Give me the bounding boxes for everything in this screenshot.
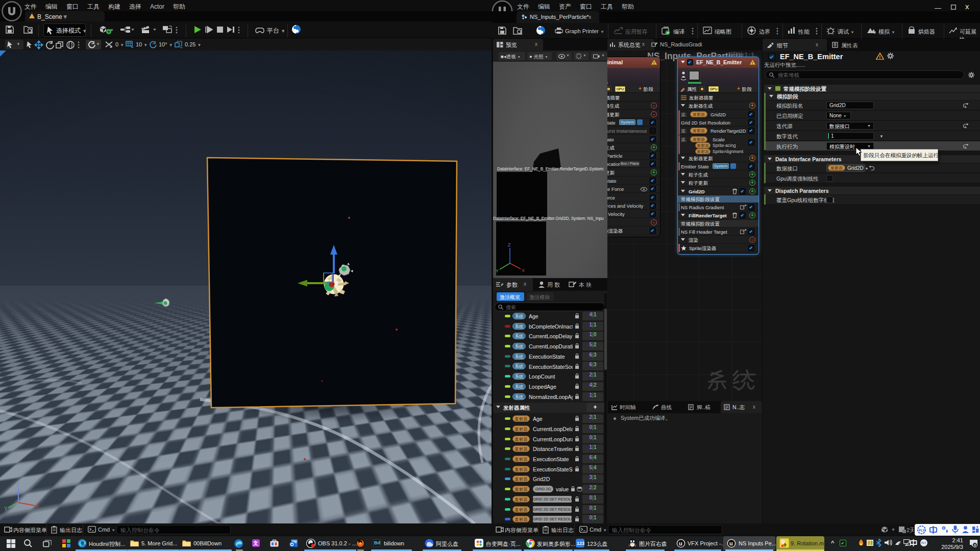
svg-text:Z: Z [508,242,511,247]
svg-text:DataInterface: EF_NE_B_Emitter: DataInterface: EF_NE_B_Emitter.Grid2D, S… [493,216,604,221]
svg-text:u: u [679,540,682,546]
svg-text:X: X [36,503,39,509]
svg-text:Z: Z [16,483,19,488]
svg-text:Y: Y [496,268,499,273]
svg-text:!: ! [752,61,753,65]
svg-text:DataInterface: EF_NE_B_Emitter: DataInterface: EF_NE_B_Emitter.RenderTar… [497,167,604,171]
svg-text:u: u [729,540,733,546]
svg-text:2天: 2天 [906,527,914,533]
svg-text:!: ! [879,55,880,60]
svg-text:X: X [522,268,525,273]
svg-text:!: ! [653,61,655,65]
svg-text:Y: Y [4,506,8,512]
svg-text:FLY: FLY [919,529,925,532]
